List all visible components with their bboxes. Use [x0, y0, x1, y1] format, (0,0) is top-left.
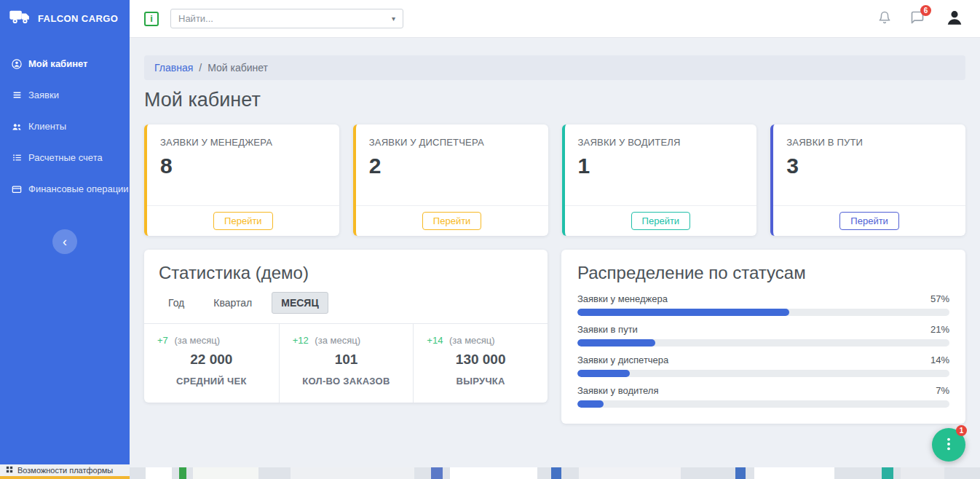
- status-distribution-panel: Распределение по статусам Заявки у менед…: [561, 250, 965, 424]
- tab-year[interactable]: Год: [159, 292, 194, 314]
- stat-card-manager: ЗАЯВКИ У МЕНЕДЖЕРА 8 Перейти: [144, 124, 339, 236]
- notifications-button[interactable]: [878, 11, 891, 26]
- breadcrumb-current: Мой кабинет: [208, 62, 268, 74]
- distribution-label: Заявки у диспетчера: [577, 355, 668, 365]
- background-window-fragment: [291, 467, 414, 479]
- card-icon: [12, 184, 22, 194]
- search-placeholder: Найти...: [178, 13, 392, 24]
- sidebar-item-cabinet[interactable]: Мой кабинет: [0, 48, 130, 79]
- sidebar-item-requests[interactable]: Заявки: [0, 79, 130, 111]
- statistics-tabs: Год Квартал МЕСЯЦ: [144, 283, 548, 323]
- distribution-row-head: Заявки у водителя 7%: [577, 385, 949, 396]
- sidebar-collapse-button[interactable]: ‹: [52, 229, 77, 254]
- go-button[interactable]: Перейти: [839, 212, 899, 230]
- chevron-down-icon: ▾: [392, 15, 395, 23]
- background-window-fragment: [551, 467, 561, 479]
- topbar-right: 6: [878, 8, 965, 30]
- brand[interactable]: FALCON CARGO: [0, 0, 130, 38]
- metric-value: 130 000: [427, 352, 534, 368]
- stat-card-body: ЗАЯВКИ У ДИСПЕТЧЕРА 2: [356, 124, 548, 205]
- sidebar-item-accounts[interactable]: Расчетные счета: [0, 142, 130, 173]
- breadcrumb: Главная / Мой кабинет: [144, 55, 965, 80]
- sidebar-item-finance[interactable]: Финансовые операции: [0, 173, 130, 205]
- bottom-row: Статистика (демо) Год Квартал МЕСЯЦ +7 (…: [144, 250, 965, 424]
- stat-card-value: 3: [786, 154, 952, 178]
- metric-value: 101: [293, 352, 400, 368]
- background-window-fragment: [179, 467, 186, 479]
- progress-fill: [577, 339, 655, 347]
- stat-card-value: 1: [578, 154, 744, 178]
- sidebar-nav: Мой кабинет Заявки Клиенты Расчетные сче…: [0, 48, 130, 205]
- background-window-fragment: [579, 467, 681, 479]
- distribution-percent: 7%: [936, 385, 949, 396]
- go-button[interactable]: Перейти: [213, 212, 273, 230]
- go-button[interactable]: Перейти: [631, 212, 691, 230]
- background-window-fragment: [754, 467, 834, 479]
- distribution-percent: 21%: [930, 324, 949, 335]
- sidebar-item-clients[interactable]: Клиенты: [0, 111, 130, 142]
- metric-period: (за месяц): [315, 335, 360, 346]
- tab-quarter[interactable]: Квартал: [204, 292, 261, 314]
- stat-card-label: ЗАЯВКИ У ВОДИТЕЛЯ: [578, 137, 744, 148]
- list-icon: [12, 90, 22, 100]
- tab-month[interactable]: МЕСЯЦ: [272, 292, 328, 314]
- progress-fill: [577, 370, 630, 377]
- stat-card-value: 2: [369, 154, 535, 178]
- metric-delta-row: +14 (за месяц): [427, 335, 534, 346]
- progress-fill: [577, 400, 604, 408]
- breadcrumb-home-link[interactable]: Главная: [154, 62, 193, 74]
- progress-fill: [577, 309, 789, 316]
- stat-card-label: ЗАЯВКИ У МЕНЕДЖЕРА: [160, 137, 326, 148]
- stat-card-driver: ЗАЯВКИ У ВОДИТЕЛЯ 1 Перейти: [562, 124, 757, 236]
- progress-track: [577, 339, 949, 347]
- info-icon[interactable]: i: [144, 12, 159, 26]
- bell-icon: [878, 11, 891, 26]
- progress-track: [577, 309, 949, 316]
- metric-delta: +14: [427, 335, 443, 346]
- search-input[interactable]: Найти... ▾: [170, 9, 403, 28]
- metric-delta: +12: [293, 335, 309, 346]
- info-glyph: i: [150, 13, 153, 24]
- person-icon: [945, 8, 964, 29]
- chat-widget-button[interactable]: 1: [932, 428, 965, 462]
- user-avatar[interactable]: [944, 8, 965, 30]
- platform-features-label: Возможности платформы: [17, 466, 113, 475]
- distribution-label: Заявки у менеджера: [577, 293, 668, 304]
- stat-card-footer: Перейти: [565, 205, 757, 236]
- distribution-row: Заявки у диспетчера 14%: [577, 355, 949, 377]
- metric-period: (за месяц): [449, 335, 495, 346]
- background-window-fragment: [146, 467, 172, 479]
- user-circle-icon: [12, 59, 22, 69]
- chevron-left-icon: ‹: [63, 231, 67, 253]
- metric-revenue: +14 (за месяц) 130 000 ВЫРУЧКА: [413, 324, 548, 403]
- distribution-percent: 14%: [930, 355, 949, 365]
- stat-card-footer: Перейти: [356, 205, 548, 236]
- background-window-fragment: [431, 467, 443, 479]
- metric-period: (за месяц): [174, 335, 220, 346]
- go-button[interactable]: Перейти: [422, 212, 482, 230]
- main-area: i Найти... ▾ 6: [130, 0, 980, 479]
- metric-delta-row: +12 (за месяц): [293, 335, 400, 346]
- app-window: FALCON CARGO Мой кабинет Заявки Клиенты: [0, 0, 980, 479]
- page-title: Мой кабинет: [144, 89, 965, 111]
- people-icon: [12, 122, 22, 132]
- background-window-fragment: [735, 467, 746, 479]
- platform-features-link[interactable]: Возможности платформы: [0, 464, 130, 476]
- distribution-row-head: Заявки у менеджера 57%: [577, 293, 949, 304]
- distribution-row-head: Заявки у диспетчера 14%: [577, 355, 949, 365]
- distribution-row: Заявки у менеджера 57%: [577, 293, 949, 316]
- ellipsis-dots-icon: [941, 436, 957, 454]
- sidebar-item-label: Финансовые операции: [28, 183, 129, 194]
- background-window-fragment: [450, 467, 537, 479]
- metric-average-check: +7 (за месяц) 22 000 СРЕДНИЙ ЧЕК: [144, 324, 279, 403]
- background-window-strip: [130, 467, 980, 479]
- metric-label: КОЛ-ВО ЗАКАЗОВ: [293, 376, 400, 387]
- metric-delta: +7: [157, 335, 168, 346]
- stat-card-label: ЗАЯВКИ В ПУТИ: [786, 137, 952, 148]
- page-content: Главная / Мой кабинет Мой кабинет ЗАЯВКИ…: [130, 38, 980, 479]
- stat-card-label: ЗАЯВКИ У ДИСПЕТЧЕРА: [369, 137, 535, 148]
- metric-order-count: +12 (за месяц) 101 КОЛ-ВО ЗАКАЗОВ: [279, 324, 414, 403]
- distribution-row: Заявки у водителя 7%: [577, 385, 949, 408]
- messages-button[interactable]: 6: [910, 10, 925, 27]
- distribution-title: Распределение по статусам: [577, 263, 949, 283]
